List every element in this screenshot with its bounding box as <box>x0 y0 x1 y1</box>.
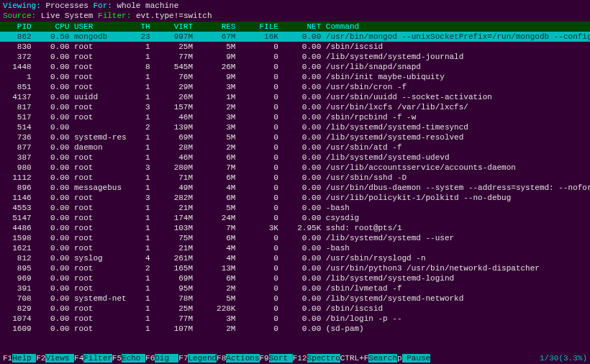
table-row[interactable]: 830 0.00 root 1 25M 5M 0 0.00 /sbin/iscs… <box>3 42 587 52</box>
selected-process-row[interactable]: 862 0.50 mongodb 23 997M 67M 16K 0.00 /u… <box>0 32 590 42</box>
fkey-label: Legend <box>188 354 217 363</box>
table-row[interactable]: 1146 0.00 root 3 282M 6M 0 0.00 /usr/lib… <box>3 193 587 203</box>
table-row[interactable]: 517 0.00 root 1 46M 3M 0 0.00 /sbin/rpcb… <box>3 112 587 122</box>
table-row[interactable]: 5147 0.00 root 1 174M 24M 0 0.00 csysdig <box>3 213 587 223</box>
table-row[interactable]: 980 0.00 root 3 280M 7M 0 0.00 /usr/lib/… <box>3 163 587 173</box>
fkey-f6[interactable]: F6 <box>145 354 155 363</box>
footer-bar: F1Help F2Views F4FilterF5Echo F6Dig F7Le… <box>0 352 590 364</box>
table-row[interactable]: 969 0.00 root 1 69M 6M 0 0.00 /lib/syste… <box>3 273 587 283</box>
fkey-label: Filter <box>83 354 112 363</box>
table-row[interactable]: 895 0.00 root 2 165M 13M 0 0.00 /usr/bin… <box>3 263 587 273</box>
table-row[interactable]: 1 0.00 root 1 76M 9M 0 0.00 /sbin/init m… <box>3 72 587 82</box>
table-row[interactable]: 1621 0.00 root 1 21M 4M 0 0.00 -bash <box>3 243 587 253</box>
table-row[interactable]: 4486 0.00 root 1 103M 7M 3K 2.95K sshd: … <box>3 223 587 233</box>
fkey-f9[interactable]: F9 <box>260 354 269 363</box>
header-line-1: Viewing: Processes For: whole machine <box>0 0 590 12</box>
fkey-label: Dig <box>155 354 178 363</box>
fkey-f5[interactable]: F5 <box>112 354 122 363</box>
table-row[interactable]: 4553 0.00 root 1 21M 5M 0 0.00 -bash <box>3 203 587 213</box>
table-row[interactable]: 1609 0.00 root 1 107M 2M 0 0.00 (sd-pam) <box>3 324 587 334</box>
fkey-f2[interactable]: F2 <box>36 354 45 363</box>
table-row[interactable]: 391 0.00 root 1 95M 2M 0 0.00 /sbin/lvme… <box>3 283 587 294</box>
fkey-p[interactable]: p <box>397 354 402 363</box>
header-line-2: Source: Live System Filter: evt.type!=sw… <box>0 12 590 22</box>
table-row[interactable]: 812 0.00 syslog 4 261M 4M 0 0.00 /usr/sb… <box>3 253 587 263</box>
function-keys[interactable]: F1Help F2Views F4FilterF5Echo F6Dig F7Le… <box>3 354 430 363</box>
table-row[interactable]: 1448 0.00 root 8 545M 26M 0 0.00 /usr/li… <box>3 62 587 72</box>
fkey-label: Echo <box>122 354 145 363</box>
fkey-label: Pause <box>402 354 431 363</box>
table-row[interactable]: 1598 0.00 root 1 75M 6M 0 0.00 /lib/syst… <box>3 233 587 243</box>
fkey-f7[interactable]: F7 <box>178 354 188 363</box>
fkey-label: Sort <box>269 354 293 363</box>
fkey-f4[interactable]: F4 <box>74 354 83 363</box>
fkey-label: Actions <box>226 354 259 363</box>
fkey-f1[interactable]: F1 <box>3 354 12 363</box>
table-row[interactable]: 1074 0.00 root 1 77M 3M 0 0.00 /bin/logi… <box>3 314 587 324</box>
table-row[interactable]: 877 0.00 daemon 1 28M 2M 0 0.00 /usr/sbi… <box>3 142 587 153</box>
table-row[interactable]: 708 0.00 systemd-net 1 78M 5M 0 0.00 /li… <box>3 294 587 304</box>
table-row[interactable]: 851 0.00 root 1 29M 3M 0 0.00 /usr/sbin/… <box>3 82 587 92</box>
table-row[interactable]: 829 0.00 root 1 25M 228K 0 0.00 /sbin/is… <box>3 304 587 314</box>
table-row[interactable]: 514 0.00 2 139M 3M 0 0.00 /lib/systemd/s… <box>3 122 587 132</box>
table-row[interactable]: 1112 0.00 root 1 71M 6M 0 0.00 /usr/sbin… <box>3 173 587 183</box>
fkey-label: Help <box>12 354 36 363</box>
fkey-label: Views <box>45 354 74 363</box>
table-row[interactable]: 387 0.00 root 1 46M 6M 0 0.00 /lib/syste… <box>3 153 587 163</box>
footer-status: 1/30(3.3%) <box>540 354 587 363</box>
column-header-row[interactable]: PID CPU USER TH VIRT RES FILE NET Comman… <box>0 22 590 32</box>
table-row[interactable]: 817 0.00 root 3 157M 2M 0 0.00 /usr/bin/… <box>3 102 587 112</box>
fkey-ctrl+f[interactable]: CTRL+F <box>340 354 369 363</box>
process-table[interactable]: 830 0.00 root 1 25M 5M 0 0.00 /sbin/iscs… <box>0 42 590 334</box>
fkey-f8[interactable]: F8 <box>217 354 226 363</box>
table-row[interactable]: 4137 0.00 uuidd 1 26M 1M 0 0.00 /usr/sbi… <box>3 92 587 102</box>
fkey-label: Search <box>368 354 397 363</box>
fkey-label: Spectro <box>307 354 340 363</box>
table-row[interactable]: 896 0.00 messagebus 1 49M 4M 0 0.00 /usr… <box>3 183 587 193</box>
table-row[interactable]: 736 0.00 systemd-res 1 69M 5M 0 0.00 /li… <box>3 132 587 142</box>
table-row[interactable]: 372 0.00 root 1 77M 9M 0 0.00 /lib/syste… <box>3 52 587 62</box>
fkey-f12[interactable]: F12 <box>293 354 307 363</box>
